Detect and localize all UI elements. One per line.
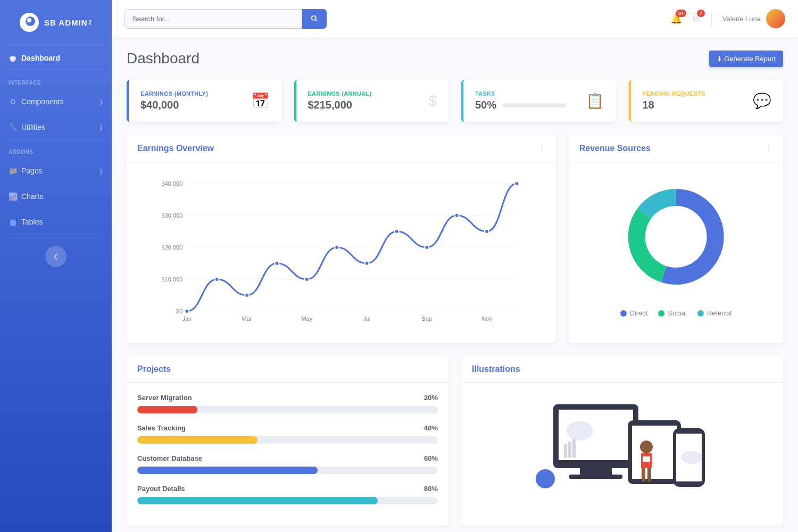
svg-point-22: [305, 277, 309, 281]
svg-point-20: [245, 293, 249, 297]
chevron-left-icon: ❮: [53, 253, 59, 260]
svg-text:Sep: Sep: [421, 315, 432, 322]
user-name: Valerie Luna: [722, 15, 761, 23]
stat-cards: EARNINGS (MONTHLY) $40,000 📅 EARNINGS (A…: [127, 80, 783, 122]
nav-charts[interactable]: 📈 Charts: [0, 184, 112, 209]
generate-report-label: Generate Report: [724, 55, 776, 63]
svg-rect-47: [568, 442, 571, 458]
svg-text:$10,000: $10,000: [162, 276, 183, 282]
projects-panel-header: Projects: [127, 356, 448, 383]
card-value: $40,000: [140, 99, 208, 111]
brand-icon: [20, 13, 39, 32]
search-button[interactable]: [302, 9, 327, 29]
card-label: EARNINGS (MONTHLY): [140, 90, 208, 97]
main: 🔔 3+ ✉ 7 Valerie Luna Dashboard ⬇ Genera…: [112, 0, 798, 532]
project-name: Customer Database: [137, 454, 202, 462]
svg-point-29: [514, 181, 519, 186]
revenue-panel: Revenue Sources ⋮ Direct Social Referral: [569, 135, 783, 343]
project-pct: 40%: [424, 424, 438, 432]
project-item: Payout Details80%: [137, 485, 438, 504]
projects-title: Projects: [137, 364, 171, 374]
earnings-title: Earnings Overview: [137, 144, 214, 153]
nav-dashboard-label: Dashboard: [21, 54, 60, 62]
messages-badge: 7: [697, 10, 705, 17]
svg-text:Jul: Jul: [363, 315, 370, 322]
project-bar: [137, 467, 438, 474]
page-header: Dashboard ⬇ Generate Report: [127, 50, 783, 67]
card-label: PENDING REQUESTS: [643, 90, 705, 97]
donut-chart-svg: [579, 173, 772, 301]
nav-charts-label: Charts: [21, 192, 43, 201]
charts-row: Earnings Overview ⋮ $0$10,000$20,000$30,…: [127, 135, 783, 343]
bottom-row: Projects Server Migration20%Sales Tracki…: [127, 356, 783, 526]
revenue-menu-button[interactable]: ⋮: [764, 143, 772, 153]
messages-dropdown[interactable]: ✉ 7: [693, 13, 701, 24]
illustrations-body: [461, 383, 783, 500]
svg-rect-33: [569, 475, 622, 479]
nav-dashboard[interactable]: ◉ Dashboard: [0, 45, 112, 71]
tasks-progress: [503, 103, 567, 107]
comments-icon: 💬: [753, 92, 771, 110]
project-item: Customer Database60%: [137, 454, 438, 474]
svg-text:$30,000: $30,000: [162, 212, 183, 219]
page-title: Dashboard: [127, 50, 200, 67]
card-value: 18: [643, 99, 705, 111]
nav-heading-interface: INTERFACE: [0, 71, 112, 89]
nav-tables-label: Tables: [21, 218, 43, 226]
generate-report-button[interactable]: ⬇ Generate Report: [709, 51, 783, 67]
line-chart-svg: $0$10,000$20,000$30,000$40,000JanMarMayJ…: [137, 173, 545, 332]
svg-point-0: [312, 16, 316, 20]
alerts-badge: 3+: [676, 10, 686, 17]
earnings-panel: Earnings Overview ⋮ $0$10,000$20,000$30,…: [127, 135, 556, 343]
search-form: [124, 9, 327, 29]
project-pct: 80%: [424, 485, 438, 493]
clipboard-icon: 📋: [586, 92, 604, 110]
topbar-divider: [711, 10, 712, 27]
alerts-dropdown[interactable]: 🔔 3+: [670, 13, 682, 24]
card-value: $215,000: [308, 99, 372, 111]
wrench-icon: 🔧: [9, 123, 17, 131]
table-icon: ▦: [9, 218, 17, 226]
sidebar-collapse-button[interactable]: ❮: [45, 246, 66, 267]
topbar-right: 🔔 3+ ✉ 7 Valerie Luna: [670, 9, 785, 28]
user-dropdown[interactable]: Valerie Luna: [722, 9, 785, 28]
svg-point-44: [567, 421, 593, 440]
search-input[interactable]: [124, 9, 302, 29]
earnings-menu-button[interactable]: ⋮: [537, 143, 545, 153]
svg-rect-32: [580, 468, 612, 475]
project-pct: 60%: [424, 454, 438, 462]
project-pct: 20%: [424, 394, 438, 402]
project-bar: [137, 497, 438, 504]
brand[interactable]: SB ADMIN 2: [0, 0, 112, 45]
project-bar: [137, 436, 438, 444]
illustration-svg: [527, 388, 718, 495]
projects-body: Server Migration20%Sales Tracking40%Cust…: [127, 383, 448, 526]
dollar-icon: $: [428, 93, 437, 110]
nav-utilities[interactable]: 🔧 Utilities ❯: [0, 114, 112, 140]
svg-rect-46: [564, 444, 567, 458]
svg-rect-40: [642, 468, 645, 481]
card-label: TASKS: [475, 90, 586, 97]
card-earnings-annual: EARNINGS (ANNUAL) $215,000 $: [294, 80, 449, 122]
projects-panel: Projects Server Migration20%Sales Tracki…: [127, 356, 448, 526]
card-label: EARNINGS (ANNUAL): [308, 90, 372, 97]
legend-direct: Direct: [620, 309, 648, 317]
nav-tables[interactable]: ▦ Tables: [0, 209, 112, 235]
illustrations-panel-header: Illustrations: [461, 356, 783, 383]
project-bar: [137, 406, 438, 413]
content: Dashboard ⬇ Generate Report EARNINGS (MO…: [112, 37, 798, 532]
svg-text:$0: $0: [176, 308, 182, 314]
nav-pages[interactable]: 📁 Pages ❯: [0, 158, 112, 184]
chart-area-icon: 📈: [9, 192, 17, 201]
nav-components[interactable]: ⚙ Components ❯: [0, 89, 112, 114]
search-icon: [311, 15, 318, 22]
svg-text:Jan: Jan: [182, 315, 192, 322]
svg-point-19: [215, 277, 219, 281]
illustrations-title: Illustrations: [472, 364, 520, 374]
svg-point-45: [681, 451, 702, 464]
project-name: Sales Tracking: [137, 424, 186, 432]
card-earnings-monthly: EARNINGS (MONTHLY) $40,000 📅: [127, 80, 281, 122]
svg-rect-35: [632, 426, 677, 479]
chevron-right-icon: ❯: [99, 168, 103, 174]
svg-point-23: [335, 245, 339, 250]
